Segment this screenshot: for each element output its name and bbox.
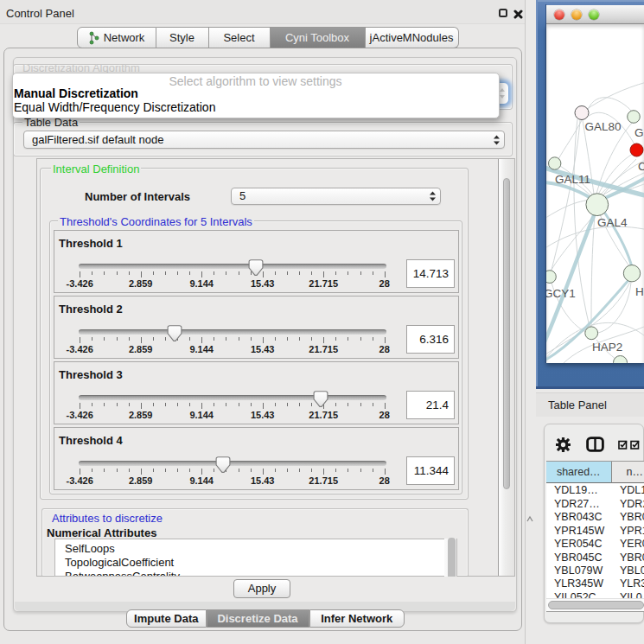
svg-text:G.: G. bbox=[634, 126, 644, 139]
svg-text:GCY1: GCY1 bbox=[546, 287, 576, 300]
svg-text:GAL4: GAL4 bbox=[597, 216, 628, 229]
svg-text:GAL80: GAL80 bbox=[585, 120, 622, 133]
svg-text:H: H bbox=[635, 285, 644, 298]
svg-text:HAP2: HAP2 bbox=[592, 341, 622, 354]
svg-text:C: C bbox=[638, 160, 644, 173]
svg-text:GAL11: GAL11 bbox=[555, 173, 590, 186]
